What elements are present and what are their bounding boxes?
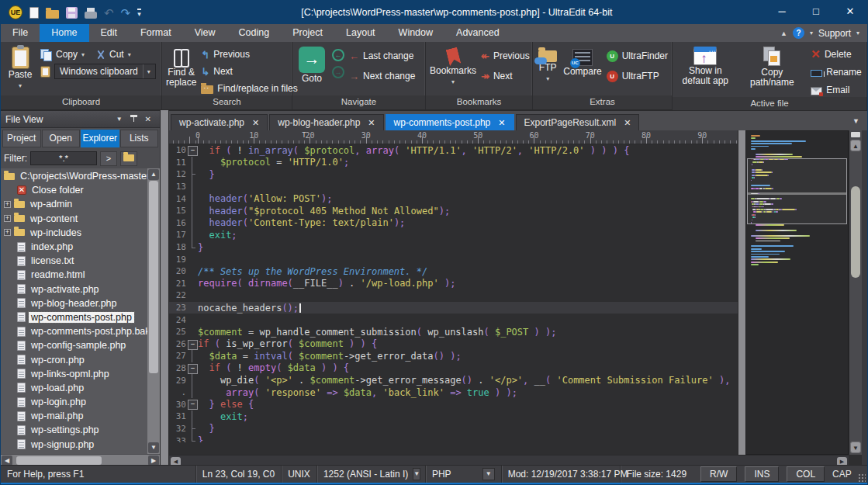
tree-item[interactable]: wp-comments-post.php <box>1 310 147 324</box>
rename-file-button[interactable]: Rename <box>811 65 861 79</box>
email-file-button[interactable]: Email <box>811 83 861 97</box>
code-line[interactable]: 27 $data = intval( $comment->get_error_d… <box>169 350 738 362</box>
code-line[interactable]: 19 <box>169 253 738 265</box>
code-line[interactable]: 31 exit; <box>169 411 738 423</box>
search-previous-button[interactable]: ↰ Previous <box>201 47 297 61</box>
tree-item[interactable]: readme.html <box>1 268 147 282</box>
customize-toolbar-icon[interactable]: ▾ <box>137 9 141 17</box>
menu-tab-window[interactable]: Window <box>387 24 444 42</box>
menu-tab-layout[interactable]: Layout <box>334 24 387 42</box>
status-line-ending[interactable]: UNIX <box>282 466 317 483</box>
code-line[interactable]: 22 <box>169 289 738 302</box>
code-line[interactable]: 12 } <box>169 168 738 181</box>
tree-hscroll-thumb[interactable] <box>16 456 102 465</box>
tree-item[interactable]: C:\projects\WordPress-master <box>1 169 147 183</box>
close-folder-icon[interactable]: ✕ <box>17 185 26 195</box>
sidebar-tab-open[interactable]: Open <box>42 130 81 147</box>
tree-item[interactable]: wp-blog-header.php <box>1 296 147 310</box>
maximize-button[interactable]: □ <box>799 1 833 24</box>
filter-apply-button[interactable]: > <box>100 151 117 166</box>
code-line[interactable]: 11 $protocol = 'HTTP/1.0'; <box>169 157 738 169</box>
code-line[interactable]: 23nocache_headers(); <box>169 302 738 314</box>
tree-item[interactable]: license.txt <box>1 254 147 268</box>
code-line[interactable]: 17 exit; <box>169 229 738 241</box>
menu-tab-file[interactable]: File <box>1 24 40 42</box>
collapse-ribbon-icon[interactable]: ▲ <box>780 29 787 37</box>
tree-item[interactable]: wp-activate.php <box>1 282 147 296</box>
tree-item[interactable]: wp-cron.php <box>1 352 147 366</box>
code-line[interactable]: 21require( dirname(__FILE__) . '/wp-load… <box>169 278 738 290</box>
support-dropdown-icon[interactable]: ▾ <box>856 29 859 36</box>
sidebar-tab-lists[interactable]: Lists <box>120 130 159 147</box>
language-dropdown-icon[interactable]: ▼ <box>482 468 495 480</box>
read-write-toggle[interactable]: R/W <box>700 466 737 482</box>
code-line[interactable]: 29 wp_die( '<p>' . $comment->get_error_m… <box>169 374 738 386</box>
code-line[interactable]: 18} <box>169 241 738 254</box>
delete-file-button[interactable]: ✕ Delete <box>811 47 861 61</box>
tab-close-icon[interactable]: ✕ <box>368 118 375 128</box>
ftp-button[interactable]: FTP ▾ <box>537 44 558 84</box>
tree-item[interactable]: +wp-includes <box>1 226 147 240</box>
ultraedit-logo-icon[interactable]: UE <box>9 5 22 19</box>
expand-icon[interactable]: + <box>4 215 11 222</box>
help-dropdown-icon[interactable]: ▾ <box>810 29 813 36</box>
scroll-down-icon[interactable]: ▼ <box>148 442 159 453</box>
editor-scroll-down-icon[interactable]: ▼ <box>850 442 861 453</box>
editor-vertical-scrollbar[interactable]: ▲ ▼ <box>849 130 862 455</box>
tree-item[interactable]: wp-load.php <box>1 381 147 395</box>
tree-vertical-scrollbar[interactable]: ▲ ▼ <box>147 168 160 454</box>
open-file-icon[interactable] <box>46 10 59 19</box>
panel-dropdown-icon[interactable]: ▼ <box>112 116 126 123</box>
document-tab-wp-blog-header.php[interactable]: wp-blog-header.php✕ <box>269 114 383 130</box>
expand-icon[interactable]: + <box>4 229 11 236</box>
goto-button[interactable]: → Goto <box>296 44 327 84</box>
code-line[interactable]: 13 <box>169 181 738 193</box>
code-line[interactable]: 30 } else { <box>169 398 738 411</box>
bookmarks-button[interactable]: Bookmarks ▾ <box>430 44 476 87</box>
tree-item[interactable]: index.php <box>1 240 147 254</box>
pin-icon[interactable] <box>126 115 141 123</box>
menu-tab-coding[interactable]: Coding <box>227 24 282 42</box>
minimap-viewport[interactable] <box>747 158 847 224</box>
new-file-icon[interactable] <box>29 7 39 19</box>
code-line[interactable]: 25$comment = wp_handle_comment_submissio… <box>169 326 738 338</box>
ultrafinder-button[interactable]: U UltraFinder <box>607 49 668 63</box>
tree-item[interactable]: wp-login.php <box>1 395 147 409</box>
tree-item[interactable]: +wp-content <box>1 212 147 226</box>
find-replace-button[interactable]: Find & replace <box>166 44 196 88</box>
tree-item[interactable]: wp-config-sample.php <box>1 338 147 352</box>
compare-button[interactable]: UC Compare <box>563 44 601 77</box>
code-line[interactable]: 15 header("$protocol 405 Method Not Allo… <box>169 205 738 217</box>
document-tab-wp-comments-post.php[interactable]: wp-comments-post.php✕ <box>386 114 514 130</box>
tab-close-icon[interactable]: ✕ <box>624 118 631 128</box>
copy-button[interactable]: Copy▾ <box>40 47 85 61</box>
paste-button[interactable]: Paste ▾ <box>5 44 36 91</box>
help-icon[interactable]: ? <box>793 27 804 39</box>
editor-scroll-strip[interactable] <box>738 130 745 455</box>
menu-tab-project[interactable]: Project <box>281 24 334 42</box>
code-line[interactable]: 16 header('Content-Type: text/plain'); <box>169 217 738 230</box>
split-view-handle[interactable] <box>851 132 860 137</box>
tab-list-dropdown-icon[interactable]: ▼ <box>846 117 866 125</box>
filter-input[interactable]: *.* <box>30 151 97 165</box>
last-change-button[interactable]: ← Last change <box>349 49 415 63</box>
status-encoding[interactable]: 1252 (ANSI - Latin I) ▼ <box>317 466 426 483</box>
tree-scroll-thumb[interactable] <box>149 181 158 373</box>
menu-tab-view[interactable]: View <box>183 24 227 42</box>
fold-margin[interactable] <box>186 398 198 411</box>
minimap[interactable] <box>745 130 849 455</box>
fold-margin[interactable] <box>186 338 198 351</box>
tree-item[interactable]: wp-links-opml.php <box>1 367 147 381</box>
status-language[interactable]: PHP ▼ <box>426 466 502 483</box>
code-line[interactable]: 33} <box>169 435 738 442</box>
undo-icon[interactable]: ↶ <box>104 7 114 19</box>
resize-grip[interactable] <box>858 473 866 483</box>
menu-tab-home[interactable]: Home <box>40 24 88 42</box>
editor-scroll-thumb[interactable] <box>851 186 860 278</box>
redo-icon[interactable]: ↷ <box>121 7 131 19</box>
tree-item[interactable]: +wp-admin <box>1 197 147 211</box>
show-in-default-app-button[interactable]: ↑ Show in default app <box>677 44 733 86</box>
nav-forward-circle-icon[interactable]: → <box>332 66 344 78</box>
sidebar-tab-project[interactable]: Project <box>2 130 41 147</box>
cut-button[interactable]: Cut▾ <box>95 47 131 61</box>
